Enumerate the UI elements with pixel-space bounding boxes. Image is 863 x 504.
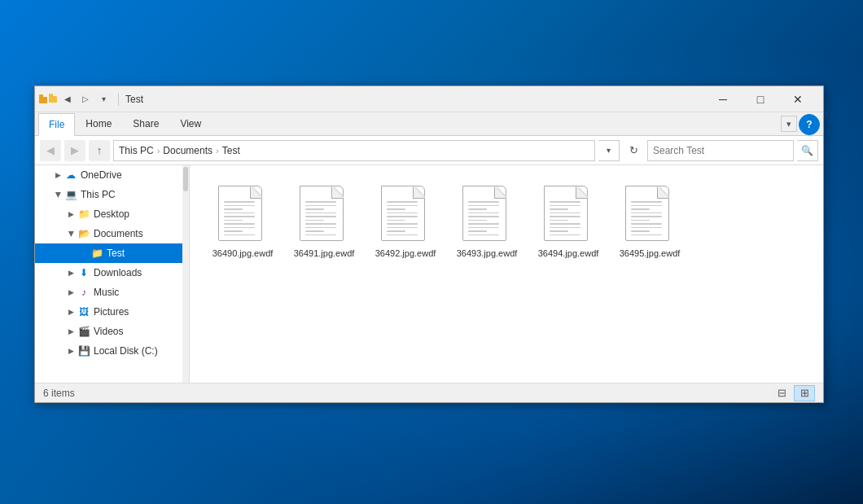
sidebar-item-test[interactable]: 📁 Test	[35, 243, 189, 263]
help-button[interactable]: ?	[799, 114, 820, 135]
breadcrumb-sep2: ›	[216, 146, 219, 156]
sidebar-label-documents: Documents	[94, 228, 143, 239]
sidebar-item-downloads[interactable]: ⬇ Downloads	[35, 263, 189, 283]
window-controls: ─ □ ✕	[704, 86, 817, 112]
tab-share[interactable]: Share	[122, 112, 169, 135]
file-icon-1	[300, 186, 348, 244]
file-item[interactable]: 36493.jpg.ewdf	[450, 182, 523, 263]
file-item[interactable]: 36491.jpg.ewdf	[287, 182, 361, 263]
minimize-button[interactable]: ─	[704, 86, 742, 112]
window-icon	[42, 93, 55, 106]
view-buttons: ⊟ ⊞	[771, 385, 815, 401]
sidebar-item-desktop[interactable]: 📁 Desktop	[35, 204, 189, 224]
file-icon-5	[625, 186, 674, 244]
nav-refresh-btn[interactable]: ↻	[623, 140, 644, 161]
tab-view[interactable]: View	[169, 112, 212, 135]
onedrive-expand	[51, 169, 64, 182]
documents-icon: 📂	[77, 227, 90, 240]
quick-access-forward[interactable]: ▷	[77, 91, 94, 107]
nav-forward-button[interactable]: ▶	[64, 140, 85, 161]
view-icons-btn[interactable]: ⊞	[794, 385, 815, 401]
sidebar-scrollbar[interactable]	[182, 165, 189, 383]
sidebar-item-videos[interactable]: 🎬 Videos	[35, 322, 189, 341]
pictures-expand	[64, 305, 77, 318]
sidebar-item-onedrive[interactable]: ☁ OneDrive	[35, 165, 189, 185]
sidebar-label-this-pc: This PC	[81, 189, 116, 200]
sidebar: ☁ OneDrive 💻 This PC 📁 Desktop	[35, 165, 190, 383]
file-item[interactable]: 36492.jpg.ewdf	[369, 182, 442, 263]
file-icon-3	[462, 186, 511, 244]
ribbon-expand-btn[interactable]: ▾	[781, 116, 797, 132]
file-name-2: 36492.jpg.ewdf	[375, 248, 436, 259]
downloads-icon: ⬇	[77, 266, 90, 279]
quick-access-dropdown[interactable]: ▾	[95, 91, 112, 107]
view-details-btn[interactable]: ⊟	[771, 385, 792, 401]
maximize-button[interactable]: □	[742, 86, 779, 112]
address-bar[interactable]: This PC › Documents › Test	[113, 140, 595, 161]
file-item[interactable]: 36490.jpg.ewdf	[206, 182, 279, 263]
pictures-icon: 🖼	[77, 305, 90, 318]
this-pc-icon: 💻	[64, 188, 77, 201]
videos-icon: 🎬	[77, 325, 90, 338]
ribbon-tabs: File Home Share View ▾ ?	[35, 112, 823, 135]
sidebar-label-downloads: Downloads	[94, 267, 142, 278]
file-item[interactable]: 36495.jpg.ewdf	[613, 182, 686, 263]
status-bar: 6 items ⊟ ⊞	[35, 383, 823, 402]
sidebar-item-documents[interactable]: 📂 Documents	[35, 224, 189, 243]
nav-back-button[interactable]: ◀	[40, 140, 61, 161]
files-grid: 36490.jpg.ewdf	[198, 173, 815, 271]
quick-access-toolbar: ◀ ▷ ▾	[59, 91, 112, 107]
music-expand	[64, 286, 77, 299]
quick-access-back[interactable]: ◀	[59, 91, 76, 107]
breadcrumb-test: Test	[222, 145, 240, 156]
tab-file[interactable]: File	[38, 113, 75, 136]
music-icon: ♪	[77, 286, 90, 299]
videos-expand	[64, 325, 77, 338]
onedrive-icon: ☁	[64, 169, 77, 182]
sidebar-label-pictures: Pictures	[94, 306, 129, 318]
file-area: 36490.jpg.ewdf	[190, 165, 823, 383]
sidebar-label-local-disk: Local Disk (C:)	[94, 345, 158, 357]
nav-up-button[interactable]: ↑	[89, 140, 110, 161]
search-input[interactable]	[653, 145, 788, 156]
explorer-window: ◀ ▷ ▾ Test ─ □ ✕ File Home Share View	[34, 85, 824, 403]
breadcrumb-this-pc: This PC	[119, 145, 154, 156]
item-count: 6 items	[43, 388, 75, 399]
details-icon: ⊟	[778, 387, 786, 399]
icons-icon: ⊞	[800, 387, 809, 399]
file-name-1: 36491.jpg.ewdf	[294, 248, 355, 259]
sidebar-item-pictures[interactable]: 🖼 Pictures	[35, 302, 189, 322]
close-button[interactable]: ✕	[779, 86, 817, 112]
ribbon: File Home Share View ▾ ?	[35, 112, 823, 136]
file-item[interactable]: 36494.jpg.ewdf	[532, 182, 605, 263]
title-separator	[118, 93, 119, 106]
tab-home[interactable]: Home	[75, 112, 122, 135]
sidebar-label-desktop: Desktop	[94, 208, 129, 220]
documents-expand	[64, 227, 77, 240]
breadcrumb-documents: Documents	[163, 145, 212, 156]
main-content: ☁ OneDrive 💻 This PC 📁 Desktop	[35, 165, 823, 383]
breadcrumb-sep1: ›	[157, 146, 160, 156]
file-icon-2	[381, 186, 430, 244]
search-bar[interactable]	[647, 140, 794, 161]
file-name-3: 36493.jpg.ewdf	[457, 248, 518, 259]
nav-bar: ◀ ▶ ↑ This PC › Documents › Test ▾ ↻ 🔍	[35, 136, 823, 165]
file-name-4: 36494.jpg.ewdf	[538, 248, 599, 259]
local-disk-icon: 💾	[77, 344, 90, 357]
desktop-expand	[64, 208, 77, 221]
file-icon-0	[218, 186, 267, 244]
search-button[interactable]: 🔍	[797, 140, 818, 161]
sidebar-item-music[interactable]: ♪ Music	[35, 283, 189, 302]
sidebar-item-this-pc[interactable]: 💻 This PC	[35, 185, 189, 204]
test-folder-icon: 📁	[90, 247, 103, 260]
local-disk-expand	[64, 344, 77, 357]
sidebar-item-local-disk[interactable]: 💾 Local Disk (C:)	[35, 341, 189, 361]
file-name-0: 36490.jpg.ewdf	[212, 248, 274, 259]
address-dropdown-btn[interactable]: ▾	[598, 140, 620, 161]
sidebar-label-videos: Videos	[94, 326, 123, 337]
window-title: Test	[122, 94, 704, 105]
title-bar: ◀ ▷ ▾ Test ─ □ ✕	[35, 86, 823, 112]
file-name-5: 36495.jpg.ewdf	[620, 248, 681, 259]
downloads-expand	[64, 266, 77, 279]
sidebar-label-onedrive: OneDrive	[81, 169, 122, 181]
